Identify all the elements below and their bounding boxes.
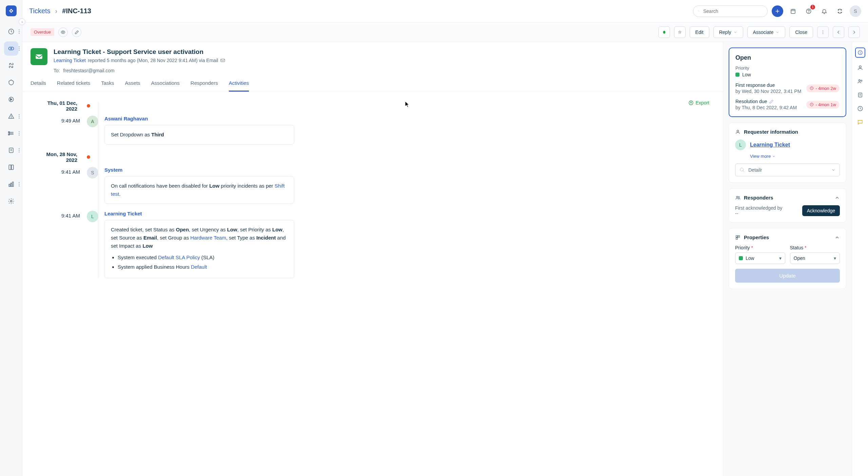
resolution-label: Resolution due	[735, 99, 797, 104]
users-icon	[735, 195, 741, 201]
svg-point-50	[859, 66, 861, 68]
status-select[interactable]: Open▾	[790, 252, 840, 264]
activity-event: 9:49 AM A Aswani Raghavan Set Dropdown a…	[36, 116, 709, 145]
edit-resolution-icon[interactable]	[769, 99, 774, 104]
activity-date: Thu, 01 Dec, 2022	[36, 100, 709, 112]
priority-chip: Low	[735, 72, 751, 77]
svg-rect-11	[9, 148, 13, 152]
nav-changes[interactable]	[4, 75, 18, 90]
nav-alerts[interactable]	[4, 109, 18, 123]
rail-info-icon[interactable]	[855, 47, 865, 58]
ticket-type-icon	[31, 48, 47, 65]
notifications-icon[interactable]	[818, 5, 830, 17]
search-icon	[698, 8, 700, 14]
expand-sidebar-button[interactable]: ›	[19, 18, 25, 25]
svg-point-0	[10, 10, 12, 12]
tab-related-tickets[interactable]: Related tickets	[57, 80, 90, 92]
ticket-reporter-link[interactable]: Learning Ticket	[54, 58, 86, 63]
svg-line-19	[699, 11, 699, 12]
view-more-link[interactable]: View more	[750, 154, 840, 159]
tab-tasks[interactable]: Tasks	[101, 80, 114, 92]
nav-releases[interactable]	[4, 92, 18, 107]
nav-kb[interactable]	[4, 160, 18, 174]
nav-dashboard[interactable]	[4, 24, 18, 39]
svg-point-51	[859, 80, 860, 81]
edit-button[interactable]: Edit	[690, 26, 709, 38]
nav-tickets[interactable]	[4, 41, 18, 56]
breadcrumb: Tickets › #INC-113	[29, 7, 91, 15]
tab-associations[interactable]: Associations	[151, 80, 180, 92]
event-card: On call notifications have been disabled…	[104, 176, 294, 204]
search-box[interactable]	[693, 5, 768, 17]
right-rail	[852, 42, 868, 476]
nav-solutions[interactable]	[4, 143, 18, 157]
rail-contacts-icon[interactable]	[857, 78, 864, 85]
svg-point-18	[698, 11, 699, 12]
freddy-button[interactable]	[658, 26, 670, 38]
ticket-tabs: Details Related tickets Tasks Assets Ass…	[22, 73, 723, 92]
nav-settings[interactable]	[4, 194, 18, 208]
update-button[interactable]: Update	[735, 269, 840, 283]
associate-button[interactable]: Associate	[747, 26, 786, 38]
nav-assets[interactable]	[4, 126, 18, 140]
event-avatar: S	[87, 167, 98, 178]
acknowledge-button[interactable]: Acknowledge	[802, 205, 840, 216]
svg-rect-46	[736, 237, 738, 239]
reply-button[interactable]: Reply	[713, 26, 743, 38]
nav-problems[interactable]	[4, 58, 18, 73]
svg-point-8	[11, 118, 11, 118]
rail-chat-icon[interactable]	[857, 119, 864, 126]
svg-line-41	[743, 171, 744, 172]
action-bar: Overdue Edit Reply Associate Close	[22, 22, 868, 42]
next-ticket-button[interactable]	[848, 26, 860, 38]
event-author[interactable]: Learning Ticket	[104, 211, 294, 216]
resolution-value: by Thu, 8 Dec 2022, 9:42 AM	[735, 105, 797, 110]
status-card: Open Priority Low First response due by …	[729, 47, 846, 117]
properties-section: Properties Priority * Low▾ Status * Open…	[729, 228, 846, 289]
watch-button[interactable]	[58, 27, 68, 37]
prev-ticket-button[interactable]	[833, 26, 844, 38]
svg-point-40	[740, 168, 743, 171]
event-author[interactable]: Aswani Raghavan	[104, 116, 294, 121]
requester-name-link[interactable]: Learning Ticket	[750, 142, 790, 148]
help-icon[interactable]	[803, 5, 814, 17]
tab-activities[interactable]: Activities	[229, 80, 249, 92]
svg-rect-22	[791, 9, 795, 13]
svg-rect-14	[9, 184, 10, 187]
svg-rect-44	[736, 235, 738, 237]
search-input[interactable]	[703, 8, 763, 14]
chevron-up-icon[interactable]	[834, 235, 840, 240]
rail-timelog-icon[interactable]	[857, 105, 864, 112]
calendar-icon[interactable]	[787, 5, 799, 17]
svg-point-52	[861, 80, 862, 81]
activity-event: 9:41 AM S System On call notifications h…	[36, 167, 709, 204]
new-button[interactable]	[772, 5, 783, 17]
close-button[interactable]: Close	[789, 26, 813, 38]
app-logo[interactable]	[6, 5, 17, 16]
svg-point-17	[10, 201, 12, 202]
detail-select[interactable]: Detailr	[735, 164, 840, 176]
properties-icon	[735, 235, 741, 240]
more-actions-button[interactable]	[817, 26, 829, 38]
rail-contact-icon[interactable]	[857, 64, 864, 71]
tab-details[interactable]: Details	[31, 80, 46, 92]
top-header: Tickets › #INC-113 S	[22, 0, 868, 22]
svg-point-49	[860, 52, 860, 52]
apps-icon[interactable]	[834, 5, 846, 17]
svg-rect-16	[12, 182, 13, 186]
to-label: To:	[54, 68, 60, 73]
breadcrumb-root[interactable]: Tickets	[29, 7, 51, 15]
tag-button[interactable]	[72, 27, 81, 37]
star-button[interactable]	[674, 26, 686, 38]
nav-reports[interactable]	[4, 177, 18, 191]
user-avatar[interactable]: S	[850, 5, 861, 17]
tab-responders[interactable]: Responders	[191, 80, 218, 92]
svg-point-43	[738, 196, 739, 197]
priority-select[interactable]: Low▾	[735, 252, 785, 264]
rail-notes-icon[interactable]	[857, 92, 864, 98]
event-author: System	[104, 167, 294, 173]
chevron-up-icon[interactable]	[834, 195, 840, 201]
first-response-value: by Wed, 30 Nov 2022, 3:41 PM	[735, 89, 801, 94]
requester-info-section: Requester information L Learning Ticket …	[729, 122, 846, 183]
tab-assets[interactable]: Assets	[125, 80, 140, 92]
